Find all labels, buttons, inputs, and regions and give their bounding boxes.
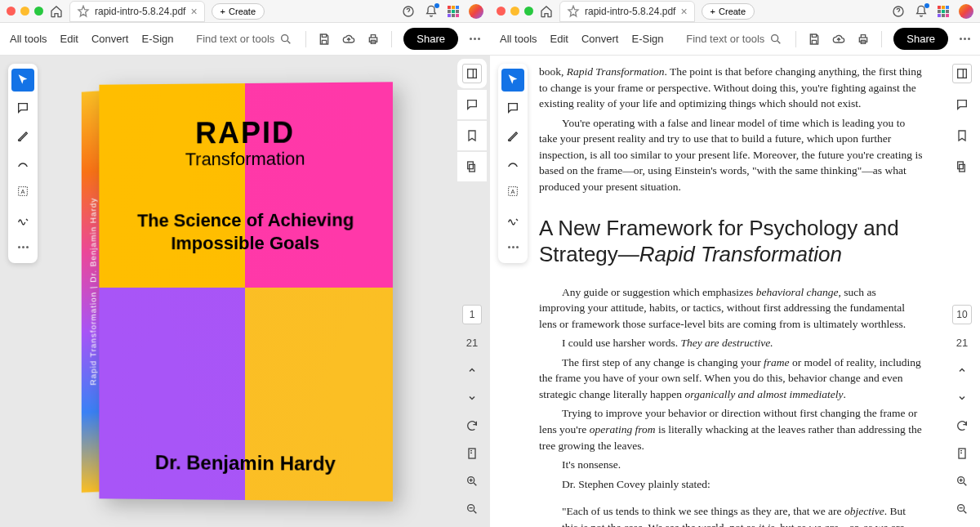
thumbnails-panel-icon[interactable] [952,157,972,176]
draw-tool[interactable] [501,152,524,175]
left-toolbar: A [498,64,528,263]
find-group[interactable]: Find text or tools [686,33,782,46]
page-up-icon[interactable] [952,360,972,380]
create-button[interactable]: +Create [212,3,265,20]
zoom-out-icon[interactable] [462,499,482,519]
comments-panel-icon[interactable] [462,95,482,114]
svg-rect-7 [468,162,474,169]
select-tool[interactable] [501,69,524,92]
tab-title: rapid-intro-5.8.24.pdf [95,6,185,17]
share-button[interactable]: Share [893,28,948,50]
find-label: Find text or tools [196,33,274,45]
notifications-icon[interactable] [915,5,928,18]
esign-menu[interactable]: E-Sign [141,33,173,45]
text-tool[interactable]: A [11,180,34,203]
minimize-window-button[interactable] [510,7,519,16]
all-tools-menu[interactable]: All tools [500,33,537,45]
text-tool[interactable]: A [501,180,524,203]
zoom-in-icon[interactable] [952,471,972,491]
print-icon[interactable] [857,33,870,46]
current-page[interactable]: 1 [462,305,482,324]
current-page[interactable]: 10 [952,305,972,324]
zoom-out-icon[interactable] [952,499,972,519]
bookmarks-panel-icon[interactable] [952,126,972,145]
document-tab[interactable]: rapid-intro-5.8.24.pdf × [69,1,205,22]
apps-icon[interactable] [938,6,949,17]
print-icon[interactable] [367,33,380,46]
close-window-button[interactable] [497,7,506,16]
all-tools-menu[interactable]: All tools [10,33,47,45]
page-down-icon[interactable] [462,388,482,408]
body-text: Any guide or suggestion which emphasizes… [539,284,923,333]
toolbar: All tools Edit Convert E-Sign Find text … [490,23,980,56]
close-tab-icon[interactable]: × [680,5,687,18]
svg-rect-8 [470,164,475,172]
draw-tool[interactable] [11,152,34,175]
notifications-icon[interactable] [425,5,438,18]
comment-tool[interactable] [11,96,34,119]
avatar[interactable] [959,4,973,19]
body-text: Trying to improve your behavior or direc… [539,405,923,453]
document-page: Rapid Transformation | Dr. Benjamin Hard… [0,56,490,527]
star-icon[interactable] [77,5,90,18]
thumbnails-panel-icon[interactable] [462,157,482,176]
cloud-icon[interactable] [342,33,355,46]
svg-point-13 [772,34,778,41]
rotate-icon[interactable] [462,416,482,435]
sign-tool[interactable] [501,208,524,230]
save-icon[interactable] [808,33,821,46]
help-icon[interactable] [402,5,415,18]
sign-tool[interactable] [11,208,34,230]
comments-panel-icon[interactable] [952,95,972,114]
comment-tool[interactable] [501,96,524,119]
svg-rect-6 [468,69,477,78]
convert-menu[interactable]: Convert [91,33,129,45]
document-tab[interactable]: rapid-intro-5.8.24.pdf × [559,1,695,22]
esign-menu[interactable]: E-Sign [631,33,663,45]
create-button[interactable]: +Create [702,3,755,20]
search-icon [279,33,292,46]
bookmarks-panel-icon[interactable] [462,126,482,145]
more-tools[interactable] [501,235,524,258]
page-display-icon[interactable] [462,444,482,463]
cloud-icon[interactable] [832,33,845,46]
page-down-icon[interactable] [952,388,972,408]
window-controls [7,7,43,16]
panel-toggle-icon[interactable] [462,64,482,83]
more-tools[interactable] [11,235,34,258]
document-viewport[interactable]: A 1 21 Rapid Transformation | Dr. Benjam… [0,56,490,527]
body-text: Dr. Stephen Covey plainly stated: [539,476,923,493]
page-up-icon[interactable] [462,360,482,380]
close-window-button[interactable] [7,7,16,16]
find-group[interactable]: Find text or tools [196,33,292,46]
apps-icon[interactable] [448,6,459,17]
help-icon[interactable] [892,5,905,18]
share-button[interactable]: Share [403,28,458,50]
maximize-window-button[interactable] [524,7,533,16]
section-heading: A New Framework for Psychology and Strat… [539,215,923,268]
edit-menu[interactable]: Edit [60,33,78,45]
select-tool[interactable] [11,69,34,92]
convert-menu[interactable]: Convert [581,33,619,45]
home-icon[interactable] [540,5,553,18]
minimize-window-button[interactable] [20,7,29,16]
more-menu[interactable] [470,38,480,40]
book-cover-image: Rapid Transformation | Dr. Benjamin Hard… [99,82,393,501]
highlight-tool[interactable] [501,124,524,147]
avatar[interactable] [469,4,483,19]
edit-menu[interactable]: Edit [550,33,568,45]
star-icon[interactable] [567,5,580,18]
page-display-icon[interactable] [952,444,972,463]
rotate-icon[interactable] [952,416,972,435]
zoom-in-icon[interactable] [462,471,482,491]
search-icon [769,33,782,46]
highlight-tool[interactable] [11,124,34,147]
maximize-window-button[interactable] [34,7,43,16]
home-icon[interactable] [50,5,63,18]
close-tab-icon[interactable]: × [190,5,197,18]
save-icon[interactable] [318,33,331,46]
more-menu[interactable] [960,38,970,40]
panel-toggle-icon[interactable] [952,64,972,83]
document-viewport[interactable]: A 10 21 book, Rapid Transformation. The … [490,56,980,527]
body-text: The first step of any change is changing… [539,355,923,403]
